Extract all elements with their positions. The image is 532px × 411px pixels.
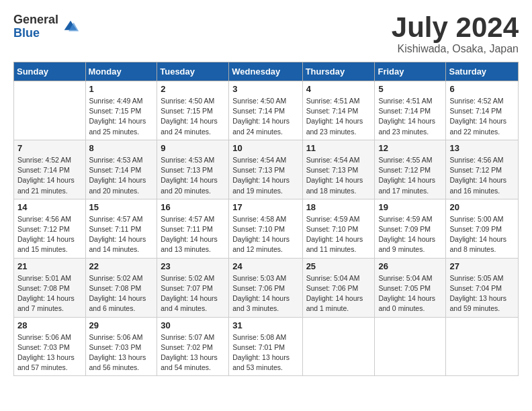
calendar-week-3: 14Sunrise: 4:56 AM Sunset: 7:12 PM Dayli… [14, 199, 519, 258]
day-info: Sunrise: 4:54 AM Sunset: 7:13 PM Dayligh… [232, 155, 298, 196]
day-info: Sunrise: 5:06 AM Sunset: 7:03 PM Dayligh… [17, 332, 82, 373]
calendar-week-5: 28Sunrise: 5:06 AM Sunset: 7:03 PM Dayli… [14, 317, 519, 376]
day-number: 30 [161, 320, 225, 330]
day-info: Sunrise: 4:55 AM Sunset: 7:12 PM Dayligh… [378, 155, 442, 196]
day-info: Sunrise: 4:50 AM Sunset: 7:14 PM Dayligh… [232, 96, 298, 137]
day-info: Sunrise: 4:51 AM Sunset: 7:14 PM Dayligh… [306, 96, 371, 137]
calendar-cell: 7Sunrise: 4:52 AM Sunset: 7:14 PM Daylig… [14, 140, 86, 199]
calendar-cell: 10Sunrise: 4:54 AM Sunset: 7:13 PM Dayli… [229, 140, 302, 199]
day-info: Sunrise: 4:59 AM Sunset: 7:10 PM Dayligh… [306, 214, 371, 255]
header-monday: Monday [85, 62, 157, 81]
calendar-cell [446, 317, 519, 376]
header-saturday: Saturday [446, 62, 519, 81]
calendar-week-1: 1Sunrise: 4:49 AM Sunset: 7:15 PM Daylig… [14, 81, 519, 140]
header-wednesday: Wednesday [229, 62, 302, 81]
logo-blue: Blue [13, 27, 58, 40]
day-number: 28 [17, 320, 82, 330]
day-number: 7 [17, 143, 82, 153]
day-number: 6 [449, 84, 515, 94]
day-info: Sunrise: 4:52 AM Sunset: 7:14 PM Dayligh… [449, 96, 515, 137]
day-number: 18 [306, 202, 371, 212]
calendar-cell: 25Sunrise: 5:04 AM Sunset: 7:06 PM Dayli… [302, 258, 375, 317]
day-info: Sunrise: 4:50 AM Sunset: 7:15 PM Dayligh… [161, 96, 225, 137]
logo: General Blue [13, 13, 80, 40]
calendar-week-4: 21Sunrise: 5:01 AM Sunset: 7:08 PM Dayli… [14, 258, 519, 317]
day-number: 4 [306, 84, 371, 94]
calendar-cell: 31Sunrise: 5:08 AM Sunset: 7:01 PM Dayli… [229, 317, 302, 376]
logo-text: General Blue [13, 13, 58, 40]
location: Kishiwada, Osaka, Japan [392, 43, 519, 55]
page-header: General Blue July 2024 Kishiwada, Osaka,… [13, 13, 519, 55]
calendar-cell: 9Sunrise: 4:53 AM Sunset: 7:13 PM Daylig… [157, 140, 229, 199]
calendar-week-2: 7Sunrise: 4:52 AM Sunset: 7:14 PM Daylig… [14, 140, 519, 199]
day-info: Sunrise: 5:00 AM Sunset: 7:09 PM Dayligh… [449, 214, 515, 255]
header-thursday: Thursday [302, 62, 375, 81]
day-info: Sunrise: 4:49 AM Sunset: 7:15 PM Dayligh… [89, 96, 154, 137]
calendar-cell: 23Sunrise: 5:02 AM Sunset: 7:07 PM Dayli… [157, 258, 229, 317]
day-info: Sunrise: 5:04 AM Sunset: 7:06 PM Dayligh… [306, 273, 371, 314]
calendar-cell: 3Sunrise: 4:50 AM Sunset: 7:14 PM Daylig… [229, 81, 302, 140]
day-info: Sunrise: 5:04 AM Sunset: 7:05 PM Dayligh… [378, 273, 442, 314]
calendar-cell: 1Sunrise: 4:49 AM Sunset: 7:15 PM Daylig… [85, 81, 157, 140]
day-number: 23 [161, 261, 225, 271]
calendar-cell: 19Sunrise: 4:59 AM Sunset: 7:09 PM Dayli… [375, 199, 446, 258]
day-number: 20 [449, 202, 515, 212]
calendar-cell: 2Sunrise: 4:50 AM Sunset: 7:15 PM Daylig… [157, 81, 229, 140]
calendar-cell: 21Sunrise: 5:01 AM Sunset: 7:08 PM Dayli… [14, 258, 86, 317]
calendar-cell [14, 81, 86, 140]
header-sunday: Sunday [14, 62, 86, 81]
day-info: Sunrise: 5:02 AM Sunset: 7:07 PM Dayligh… [161, 273, 225, 314]
calendar-cell: 18Sunrise: 4:59 AM Sunset: 7:10 PM Dayli… [302, 199, 375, 258]
day-info: Sunrise: 5:02 AM Sunset: 7:08 PM Dayligh… [89, 273, 154, 314]
day-info: Sunrise: 4:57 AM Sunset: 7:11 PM Dayligh… [161, 214, 225, 255]
calendar-cell: 22Sunrise: 5:02 AM Sunset: 7:08 PM Dayli… [85, 258, 157, 317]
day-number: 29 [89, 320, 154, 330]
day-number: 8 [89, 143, 154, 153]
logo-icon [61, 17, 80, 36]
day-info: Sunrise: 4:58 AM Sunset: 7:10 PM Dayligh… [232, 214, 298, 255]
day-number: 1 [89, 84, 154, 94]
day-info: Sunrise: 4:57 AM Sunset: 7:11 PM Dayligh… [89, 214, 154, 255]
day-info: Sunrise: 4:52 AM Sunset: 7:14 PM Dayligh… [17, 155, 82, 196]
calendar-cell: 29Sunrise: 5:06 AM Sunset: 7:03 PM Dayli… [85, 317, 157, 376]
day-number: 16 [161, 202, 225, 212]
day-number: 11 [306, 143, 371, 153]
calendar-cell [302, 317, 375, 376]
day-number: 19 [378, 202, 442, 212]
calendar-cell: 12Sunrise: 4:55 AM Sunset: 7:12 PM Dayli… [375, 140, 446, 199]
calendar-cell: 5Sunrise: 4:51 AM Sunset: 7:14 PM Daylig… [375, 81, 446, 140]
title-block: July 2024 Kishiwada, Osaka, Japan [392, 13, 519, 55]
day-number: 5 [378, 84, 442, 94]
calendar-cell: 17Sunrise: 4:58 AM Sunset: 7:10 PM Dayli… [229, 199, 302, 258]
day-info: Sunrise: 4:51 AM Sunset: 7:14 PM Dayligh… [378, 96, 442, 137]
day-number: 21 [17, 261, 82, 271]
month-title: July 2024 [392, 13, 519, 42]
day-info: Sunrise: 4:54 AM Sunset: 7:13 PM Dayligh… [306, 155, 371, 196]
calendar-table: SundayMondayTuesdayWednesdayThursdayFrid… [13, 62, 519, 376]
day-info: Sunrise: 4:56 AM Sunset: 7:12 PM Dayligh… [449, 155, 515, 196]
calendar-cell: 14Sunrise: 4:56 AM Sunset: 7:12 PM Dayli… [14, 199, 86, 258]
logo-general: General [13, 13, 58, 27]
day-info: Sunrise: 5:07 AM Sunset: 7:02 PM Dayligh… [161, 332, 225, 373]
day-number: 12 [378, 143, 442, 153]
day-number: 3 [232, 84, 298, 94]
calendar-cell: 6Sunrise: 4:52 AM Sunset: 7:14 PM Daylig… [446, 81, 519, 140]
day-info: Sunrise: 5:03 AM Sunset: 7:06 PM Dayligh… [232, 273, 298, 314]
day-number: 10 [232, 143, 298, 153]
calendar-cell: 11Sunrise: 4:54 AM Sunset: 7:13 PM Dayli… [302, 140, 375, 199]
header-tuesday: Tuesday [157, 62, 229, 81]
day-info: Sunrise: 5:06 AM Sunset: 7:03 PM Dayligh… [89, 332, 154, 373]
header-friday: Friday [375, 62, 446, 81]
calendar-header-row: SundayMondayTuesdayWednesdayThursdayFrid… [14, 62, 519, 81]
day-number: 24 [232, 261, 298, 271]
calendar-cell: 20Sunrise: 5:00 AM Sunset: 7:09 PM Dayli… [446, 199, 519, 258]
day-info: Sunrise: 4:56 AM Sunset: 7:12 PM Dayligh… [17, 214, 82, 255]
calendar-cell: 15Sunrise: 4:57 AM Sunset: 7:11 PM Dayli… [85, 199, 157, 258]
day-number: 27 [449, 261, 515, 271]
day-number: 25 [306, 261, 371, 271]
day-info: Sunrise: 5:01 AM Sunset: 7:08 PM Dayligh… [17, 273, 82, 314]
day-number: 13 [449, 143, 515, 153]
calendar-cell: 13Sunrise: 4:56 AM Sunset: 7:12 PM Dayli… [446, 140, 519, 199]
day-info: Sunrise: 5:05 AM Sunset: 7:04 PM Dayligh… [449, 273, 515, 314]
calendar-cell: 27Sunrise: 5:05 AM Sunset: 7:04 PM Dayli… [446, 258, 519, 317]
